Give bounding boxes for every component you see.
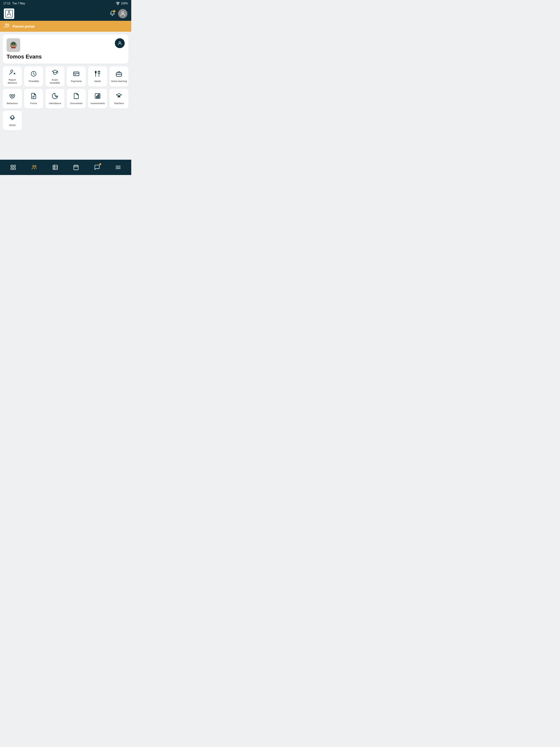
svg-rect-30 xyxy=(97,95,98,98)
menu-item-documents[interactable]: Documents xyxy=(67,89,86,108)
teacher-icon xyxy=(116,93,122,100)
user-avatar[interactable] xyxy=(118,9,127,18)
svg-point-4 xyxy=(7,24,9,25)
svg-point-38 xyxy=(35,165,36,167)
menu-label-meals: Meals xyxy=(94,80,101,83)
main-content: Tomos Evans Report absence xyxy=(0,32,131,160)
menu-label-assessments: Assessments xyxy=(90,102,105,105)
menu-item-report-absence[interactable]: Report absence xyxy=(3,67,22,87)
notification-badge xyxy=(113,10,116,12)
bottom-nav xyxy=(0,160,131,175)
status-date: Tue 7 May xyxy=(12,2,25,5)
menu-item-forms[interactable]: Forms xyxy=(24,89,43,108)
svg-point-15 xyxy=(11,70,13,72)
svg-rect-31 xyxy=(98,94,99,98)
messages-badge xyxy=(99,163,101,165)
menu-label-home-learning: Home learning xyxy=(111,80,127,83)
portal-banner: Parent portal xyxy=(0,21,131,32)
svg-rect-36 xyxy=(14,168,15,170)
menu-label-timetable: Timetable xyxy=(28,80,39,83)
menu-item-assessments[interactable]: Assessments xyxy=(88,89,107,108)
svg-point-2 xyxy=(122,12,124,14)
bottom-nav-noticeboard[interactable] xyxy=(50,163,61,172)
menu-label-behaviour: Behaviour xyxy=(7,102,18,105)
bottom-nav-calendar[interactable] xyxy=(70,163,82,172)
svg-rect-1 xyxy=(5,10,12,17)
bottom-nav-menu[interactable] xyxy=(112,163,124,172)
menu-label-exam-timetable: Exam timetable xyxy=(47,78,63,84)
masks-icon xyxy=(9,93,16,100)
menu-label-teachers: Teachers xyxy=(114,102,124,105)
menu-label-payments: Payments xyxy=(71,80,82,83)
status-bar: 17:13 Tue 7 May 100% xyxy=(0,0,131,6)
send-icon xyxy=(9,114,16,122)
menu-label-attendance: Attendance xyxy=(49,102,61,105)
bottom-nav-apps[interactable] xyxy=(7,163,19,172)
menu-label-documents: Documents xyxy=(70,102,82,105)
menu-item-teachers[interactable]: Teachers xyxy=(109,89,128,108)
clock-icon xyxy=(30,71,37,78)
notifications-button[interactable] xyxy=(109,10,116,18)
svg-point-14 xyxy=(119,42,121,43)
svg-rect-13 xyxy=(11,47,15,48)
svg-rect-19 xyxy=(74,72,79,76)
svg-point-24 xyxy=(11,96,12,96)
svg-point-0 xyxy=(118,4,119,5)
pie-icon xyxy=(52,93,58,100)
chart-icon xyxy=(94,93,101,100)
card-icon xyxy=(73,71,80,78)
student-photo xyxy=(6,38,20,52)
doc-icon xyxy=(73,93,80,100)
briefcase-icon xyxy=(116,71,122,78)
wifi-icon xyxy=(116,2,120,5)
svg-rect-39 xyxy=(53,165,57,170)
menu-item-payments[interactable]: Payments xyxy=(67,67,86,87)
menu-label-forms: Forms xyxy=(30,102,37,105)
bottom-nav-parent-portal[interactable] xyxy=(28,163,40,172)
person-off-icon xyxy=(9,69,16,77)
menu-item-send[interactable]: SEND xyxy=(3,111,22,130)
svg-rect-33 xyxy=(11,165,12,167)
menu-item-attendance[interactable]: Attendance xyxy=(45,89,65,108)
portal-icon xyxy=(4,23,10,30)
menu-item-home-learning[interactable]: Home learning xyxy=(109,67,128,87)
menu-label-report-absence: Report absence xyxy=(4,78,21,84)
svg-point-12 xyxy=(14,44,14,45)
menu-grid: Report absence Timetable Exam timetab xyxy=(3,67,128,130)
svg-rect-34 xyxy=(14,165,15,167)
graduation-icon xyxy=(52,69,58,77)
svg-rect-43 xyxy=(74,165,78,170)
svg-point-37 xyxy=(32,165,34,167)
student-card: Tomos Evans xyxy=(3,34,128,64)
status-time: 17:13 xyxy=(3,2,10,5)
svg-point-11 xyxy=(12,44,13,45)
menu-item-exam-timetable[interactable]: Exam timetable xyxy=(45,67,65,87)
svg-point-25 xyxy=(13,96,14,96)
student-name: Tomos Evans xyxy=(6,54,42,60)
doc-text-icon xyxy=(30,93,37,100)
account-icon-button[interactable] xyxy=(115,38,125,48)
bottom-nav-messages[interactable] xyxy=(91,163,103,172)
cutlery-icon xyxy=(94,71,101,78)
menu-item-behaviour[interactable]: Behaviour xyxy=(3,89,22,108)
menu-label-send: SEND xyxy=(9,124,16,127)
svg-point-3 xyxy=(5,24,7,25)
menu-item-meals[interactable]: Meals xyxy=(88,67,107,87)
svg-rect-35 xyxy=(11,168,12,170)
svg-rect-29 xyxy=(96,96,97,98)
battery-level: 100% xyxy=(121,2,128,5)
school-logo[interactable] xyxy=(4,8,14,19)
portal-label: Parent portal xyxy=(12,24,34,28)
menu-item-timetable[interactable]: Timetable xyxy=(24,67,43,87)
top-nav xyxy=(0,6,131,21)
